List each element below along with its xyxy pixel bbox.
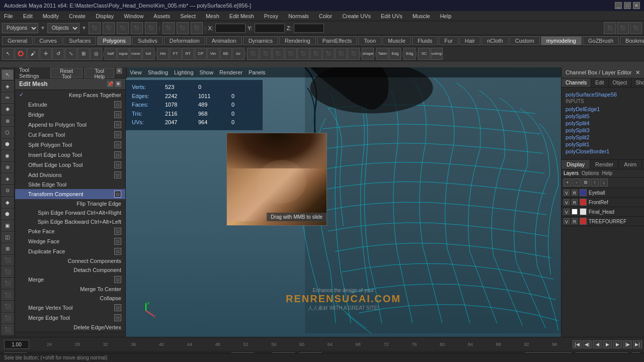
- vp-menu-renderer[interactable]: Renderer: [219, 69, 243, 75]
- playback-back[interactable]: ◀: [593, 340, 602, 348]
- channel-input-7[interactable]: polyCloseBorder1: [566, 148, 640, 154]
- layer-frontref-r[interactable]: R: [572, 199, 578, 205]
- layer-finalhead-v[interactable]: V: [564, 209, 570, 215]
- current-frame-display[interactable]: 1.00: [4, 340, 29, 349]
- tool-select[interactable]: ↖: [2, 69, 14, 80]
- viewport[interactable]: View Shading Lighting Show Renderer Pane…: [126, 67, 561, 337]
- close-icon[interactable]: ✕: [116, 68, 122, 74]
- tab-subdivs[interactable]: Subdivs: [132, 36, 163, 45]
- edit-mesh-append[interactable]: Append to Polygon Tool □: [15, 120, 125, 130]
- edit-mesh-keep-faces[interactable]: ✓ Keep Faces Together: [15, 90, 125, 100]
- toolbar-right-2[interactable]: ⬛: [617, 22, 629, 34]
- tab-mymodeling[interactable]: mymodeling: [541, 36, 582, 45]
- tool-20[interactable]: ⬛: [2, 290, 14, 300]
- tool-7[interactable]: ⬢: [2, 139, 14, 149]
- extrude-options-icon[interactable]: □: [114, 101, 121, 108]
- edit-mesh-spin-backward[interactable]: Spin Edge Backward Ctrl+Alt+Left: [15, 217, 125, 226]
- edit-mesh-extrude[interactable]: Extrude □: [15, 100, 125, 110]
- menu-display[interactable]: Display: [94, 12, 116, 20]
- cutfaces-options-icon[interactable]: □: [114, 131, 121, 138]
- icon-soft[interactable]: ◎: [90, 48, 102, 60]
- icon-edg[interactable]: Edg: [389, 48, 401, 60]
- tool-23[interactable]: ⬛: [2, 324, 14, 335]
- icon-m4[interactable]: ⬛: [285, 48, 297, 60]
- tab-muscle[interactable]: Muscle: [382, 36, 411, 45]
- layer-settings-icon[interactable]: ⚙: [582, 178, 590, 187]
- layer-finalhead[interactable]: V Final_Head: [561, 207, 644, 217]
- tab-dynamics[interactable]: Dynamics: [243, 36, 278, 45]
- channel-tab-object[interactable]: Object: [609, 78, 632, 87]
- menu-edit[interactable]: Edit: [21, 12, 35, 20]
- object-select[interactable]: Objects: [47, 23, 79, 33]
- splitpoly-options-icon[interactable]: □: [114, 141, 121, 148]
- edit-mesh-slide-edge[interactable]: Slide Edge Tool: [15, 180, 125, 189]
- toolbar-right-1[interactable]: ⬛: [604, 22, 616, 34]
- menu-normals[interactable]: Normals: [286, 12, 311, 20]
- tab-fluids[interactable]: Fluids: [412, 36, 438, 45]
- toolbar-icon-7[interactable]: ⬛: [177, 22, 189, 34]
- icon-rotate[interactable]: ↺: [52, 48, 64, 60]
- icon-h1[interactable]: half: [105, 48, 117, 60]
- vp-menu-view[interactable]: View: [130, 69, 142, 75]
- icon-sq[interactable]: squa: [117, 48, 129, 60]
- pokeface-options-icon[interactable]: □: [114, 228, 121, 235]
- edit-mesh-merge-vertex-tool[interactable]: Merge Vertex Tool □: [15, 303, 125, 313]
- tool-12[interactable]: ◆: [2, 197, 14, 208]
- channel-input-6[interactable]: polySplit1: [566, 141, 640, 147]
- tab-ncloth[interactable]: nCloth: [481, 36, 509, 45]
- icon-m2[interactable]: ⬛: [260, 48, 272, 60]
- tab-deformation[interactable]: Deformation: [164, 36, 205, 45]
- menu-modify[interactable]: Modify: [41, 12, 61, 20]
- edit-mesh-split-polygon[interactable]: Split Polygon Tool □: [15, 140, 125, 150]
- edit-mesh-offset-edge-loop[interactable]: Offset Edge Loop Tool □: [15, 160, 125, 170]
- tab-fur[interactable]: Fur: [439, 36, 458, 45]
- toolbar-icon-1[interactable]: ⬛: [89, 22, 101, 34]
- edit-mesh-poke-face[interactable]: Poke Face □: [15, 226, 125, 236]
- playback-go-start[interactable]: |◀: [573, 340, 582, 348]
- wedgeface-options-icon[interactable]: □: [114, 238, 121, 245]
- playback-play[interactable]: ▶: [603, 340, 612, 348]
- tool-17[interactable]: ⬛: [2, 255, 14, 265]
- tool-5[interactable]: ⊛: [2, 116, 14, 126]
- tab-curves[interactable]: Curves: [34, 36, 62, 45]
- layer-down-icon[interactable]: ↓: [600, 178, 608, 187]
- channel-tab-channels[interactable]: Channels: [561, 78, 591, 87]
- edgeloop-options-icon[interactable]: □: [114, 151, 121, 158]
- tab-animation[interactable]: Animation: [206, 36, 242, 45]
- layer-delete-icon[interactable]: -: [573, 178, 581, 187]
- edit-mesh-merge-to-center[interactable]: Merge To Center: [15, 285, 125, 294]
- tab-painteffects[interactable]: PaintEffects: [317, 36, 358, 45]
- transform-options-icon[interactable]: □: [114, 191, 121, 198]
- channel-tab-show[interactable]: Show: [631, 78, 644, 87]
- menu-mesh[interactable]: Mesh: [204, 12, 221, 20]
- playback-step-back[interactable]: ◀|: [583, 340, 592, 348]
- tool-18[interactable]: ⬛: [2, 266, 14, 277]
- vp-menu-shading[interactable]: Shading: [148, 69, 168, 75]
- merge-options-icon[interactable]: □: [114, 276, 121, 283]
- icon-rt[interactable]: RT: [182, 48, 194, 60]
- tool-15[interactable]: ◫: [2, 232, 14, 242]
- bridge-options-icon[interactable]: □: [114, 111, 121, 118]
- toolbar-icon-5[interactable]: ⬛: [145, 22, 157, 34]
- icon-his[interactable]: His: [157, 48, 169, 60]
- menu-color[interactable]: Color: [317, 12, 334, 20]
- tool-help-btn[interactable]: Tool Help: [85, 68, 114, 78]
- edit-mesh-cut-faces[interactable]: Cut Faces Tool □: [15, 130, 125, 140]
- tool-6[interactable]: ⬡: [2, 127, 14, 138]
- toolbar-icon-2[interactable]: ⬛: [103, 22, 115, 34]
- menu-help[interactable]: Help: [438, 12, 454, 20]
- help-tab[interactable]: Help: [602, 170, 612, 176]
- edit-mesh-connect-components[interactable]: Connect Components: [15, 256, 125, 265]
- append-options-icon[interactable]: □: [114, 121, 121, 128]
- tool-21[interactable]: ⬛: [2, 301, 14, 312]
- channel-input-2[interactable]: polySplit5: [566, 113, 640, 119]
- edit-mesh-pin-icon[interactable]: 📌: [107, 81, 113, 87]
- menu-edituvs[interactable]: Edit UVs: [379, 12, 405, 20]
- icon-m8[interactable]: ⬛: [335, 48, 347, 60]
- icon-m7[interactable]: ⬛: [323, 48, 335, 60]
- icon-transform[interactable]: ⊞: [77, 48, 90, 60]
- menu-assets[interactable]: Assets: [151, 12, 172, 20]
- layer-eyeball-v[interactable]: V: [564, 190, 570, 196]
- toolbar-right-3[interactable]: ⬛: [630, 22, 642, 34]
- layer-finalhead-r[interactable]: [572, 209, 578, 215]
